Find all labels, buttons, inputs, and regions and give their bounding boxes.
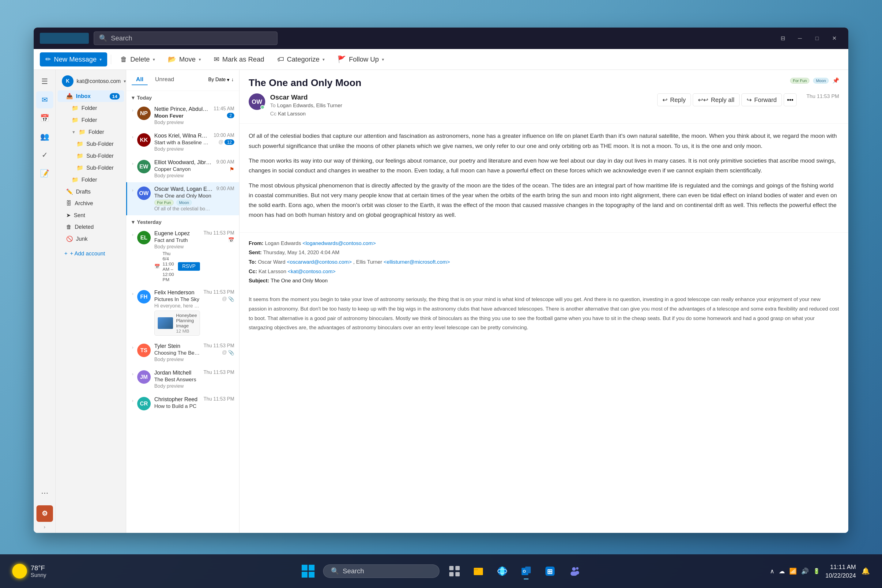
- mark-as-read-button[interactable]: ✉ Mark as Read: [208, 52, 270, 66]
- taskbar-browser-icon[interactable]: [494, 562, 511, 580]
- meta-to-email[interactable]: <oscarward@contoso.com>: [287, 259, 352, 265]
- meta-to-email2[interactable]: <ellisturner@microsoft.com>: [384, 259, 450, 265]
- forward-button[interactable]: ↪ Forward: [741, 93, 782, 106]
- folder-item-drafts[interactable]: ✏️ Drafts: [58, 186, 124, 198]
- email-chevron-icon-9: ›: [132, 398, 134, 403]
- email-list-scroll[interactable]: ▾ Today › NP Nettie Prince, Abdul-Qahhar…: [126, 91, 239, 533]
- start-button[interactable]: [299, 562, 317, 580]
- subfolder-item-3[interactable]: 📁 Sub-Folder: [58, 162, 124, 174]
- email-item-4[interactable]: › OW Oscar Ward, Logan Edwards The One a…: [126, 182, 239, 215]
- folder-item-junk[interactable]: 🚫 Junk: [58, 233, 124, 245]
- add-icon: +: [64, 250, 68, 257]
- email-item-6[interactable]: › FH Felix Henderson Pictures In The Sky…: [126, 286, 239, 339]
- attachment-info-6: Honeybee Planning Image 12 MB: [176, 313, 197, 333]
- email-item-9[interactable]: › CR Christopher Reed How to Build a PC …: [126, 393, 239, 414]
- pin-icon[interactable]: 📌: [832, 77, 839, 84]
- email-time-3: 9:00 AM: [216, 159, 234, 165]
- meta-sent: Sent: Thursday, May 14, 2020 4:04 AM: [249, 248, 839, 258]
- nav-expand-icon[interactable]: ›: [44, 524, 45, 530]
- folder-item-deleted[interactable]: 🗑 Deleted: [58, 221, 124, 233]
- email-content-4: Oscar Ward, Logan Edwards The One and On…: [154, 186, 213, 212]
- email-subject-2: Start with a Baseline 10.00: [154, 140, 210, 146]
- folder-item-archive[interactable]: 🗄 Archive: [58, 198, 124, 209]
- move-button[interactable]: 📂 Move ▾: [162, 52, 206, 66]
- email-preview-8: Body preview: [154, 383, 200, 389]
- follow-up-button[interactable]: 🚩 Follow Up ▾: [332, 52, 390, 66]
- taskbar-teams-icon[interactable]: [565, 562, 583, 580]
- email-list: All Unread By Date ▾ ↓ ▾ Today › N: [126, 70, 240, 533]
- meta-from-email[interactable]: <loganedwards@contoso.com>: [303, 240, 376, 246]
- reply-all-button[interactable]: ↩↩ Reply all: [693, 93, 740, 106]
- email-icons-2: @ 12: [218, 140, 234, 145]
- folder-item-sent[interactable]: ➤ Sent: [58, 210, 124, 221]
- minimize-button[interactable]: ─: [792, 32, 808, 44]
- account-header[interactable]: K kat@contoso.com ▾: [58, 72, 124, 90]
- folder-panel: K kat@contoso.com ▾ 📥 Inbox 14 📁 Folder …: [56, 70, 126, 533]
- taskbar-outlook-icon[interactable]: O: [517, 562, 535, 580]
- nav-mail-icon[interactable]: ✉: [36, 91, 53, 108]
- volume-icon[interactable]: 🔊: [801, 567, 809, 575]
- search-icon: 🔍: [99, 34, 107, 42]
- folder-item-1[interactable]: 📁 Folder: [58, 102, 124, 114]
- taskbar-store-icon[interactable]: ⊞: [541, 562, 559, 580]
- task-view-button[interactable]: [446, 562, 464, 580]
- more-actions-button[interactable]: •••: [784, 93, 796, 106]
- new-message-button[interactable]: ✏ New Message ▾: [40, 52, 107, 66]
- subfolder-item-2[interactable]: 📁 Sub-Folder: [58, 150, 124, 162]
- from-label: From:: [249, 240, 265, 246]
- delete-button[interactable]: 🗑 Delete ▾: [115, 52, 160, 66]
- svg-rect-14: [525, 567, 531, 573]
- nav-people-icon[interactable]: 👥: [36, 128, 53, 145]
- taskbar-files-icon[interactable]: [470, 562, 487, 580]
- email-item-2[interactable]: › KK Koos Kriel, Wilna Rossouw Start wit…: [126, 129, 239, 156]
- meta-cc-email[interactable]: <kat@contoso.com>: [288, 268, 336, 274]
- folder-item-4[interactable]: 📁 Folder: [58, 174, 124, 186]
- folder-item-2[interactable]: 📁 Folder: [58, 114, 124, 126]
- email-item-5[interactable]: › EL Eugene Lopez Fact and Truth Body pr…: [126, 226, 239, 286]
- sort-by-date-button[interactable]: By Date ▾: [208, 77, 230, 82]
- title-search-text: Search: [111, 34, 132, 42]
- sort-direction-icon[interactable]: ↓: [231, 77, 234, 82]
- svg-rect-9: [474, 569, 478, 570]
- email-item-1[interactable]: › NP Nettie Prince, Abdul-Qahhar Moon Fe…: [126, 102, 239, 129]
- nav-hamburger-icon[interactable]: ☰: [36, 73, 53, 90]
- inbox-badge: 14: [110, 93, 120, 99]
- folder-item-inbox[interactable]: 📥 Inbox 14: [58, 90, 124, 102]
- filter-tab-unread[interactable]: Unread: [151, 74, 178, 85]
- email-item-8[interactable]: › JM Jordan Mitchell The Best Answers Bo…: [126, 366, 239, 393]
- subfolder-item-1[interactable]: 📁 Sub-Folder: [58, 138, 124, 150]
- email-item-3[interactable]: › EW Elliot Woodward, Jibran Sabbagh Cop…: [126, 156, 239, 182]
- title-search-bar[interactable]: 🔍 Search: [94, 32, 278, 45]
- email-chevron-icon-3: ›: [132, 161, 134, 166]
- reading-pane: The One and Only Moon For Fun Moon 📌 OW …: [240, 70, 848, 533]
- categorize-button[interactable]: 🏷 Categorize ▾: [272, 52, 330, 66]
- wifi-icon[interactable]: 📶: [789, 567, 797, 575]
- nav-tasks-icon[interactable]: ✓: [36, 146, 53, 164]
- network-icon[interactable]: ☁: [779, 567, 785, 575]
- maximize-button[interactable]: □: [809, 32, 825, 44]
- speaker-icon[interactable]: 🔋: [813, 568, 820, 574]
- folder-item-3[interactable]: ▼ 📁 Folder: [58, 126, 124, 138]
- email-from-7: Tyler Stein: [154, 343, 200, 350]
- up-arrow-icon[interactable]: ∧: [770, 567, 774, 575]
- subject-meta-label: Subject:: [249, 278, 271, 284]
- rsvp-button-5[interactable]: RSVP: [178, 262, 200, 271]
- add-account-button[interactable]: + + Add account: [60, 248, 122, 260]
- nav-calendar-icon[interactable]: 📅: [36, 110, 53, 127]
- nav-app-icon[interactable]: ⚙: [36, 506, 53, 522]
- close-button[interactable]: ✕: [826, 32, 842, 44]
- nav-notes-icon[interactable]: 📝: [36, 165, 53, 182]
- reply-button[interactable]: ↩ Reply: [657, 93, 691, 106]
- email-chevron-icon-8: ›: [132, 372, 134, 376]
- flag-icon: 🚩: [338, 56, 346, 63]
- nav-more-icon[interactable]: ⋯: [36, 484, 53, 502]
- sort-row: By Date ▾ ↓: [208, 74, 234, 85]
- email-content-9: Christopher Reed How to Build a PC: [154, 396, 200, 410]
- system-clock[interactable]: 11:11 AM 10/22/2024: [825, 562, 856, 580]
- notification-bell-icon[interactable]: 🔔: [861, 567, 870, 575]
- taskbar-search-bar[interactable]: 🔍 Search: [323, 564, 440, 578]
- add-account-section: + + Add account: [56, 245, 126, 262]
- email-item-7[interactable]: › TS Tyler Stein Choosing The Best Photo…: [126, 339, 239, 366]
- focus-assist-icon[interactable]: ⊟: [775, 32, 791, 44]
- filter-tab-all[interactable]: All: [132, 74, 148, 85]
